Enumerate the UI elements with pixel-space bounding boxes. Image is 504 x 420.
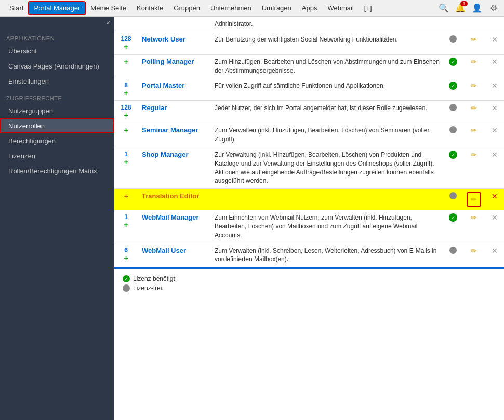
sidebar-item-berechtigungen[interactable]: Berechtigungen [0,133,114,148]
nav-portal-manager[interactable]: Portal Manager [29,2,85,14]
edit-icon[interactable]: ✏ [471,104,477,112]
row-name[interactable]: WebMail Manager [138,210,210,243]
legend-label: Lizenz-frei. [133,284,164,292]
edit-highlighted-button[interactable]: ✏ [467,192,481,207]
row-edit[interactable]: ✏ [462,54,485,78]
row-edit[interactable]: ✏ [462,147,485,188]
delete-icon[interactable]: ✕ [492,58,498,66]
table-row: 128 + Regular Jeder Nutzer, der sich im … [114,101,504,123]
add-button[interactable]: + [124,254,128,262]
row-edit[interactable]: ✏ [462,101,485,123]
delete-icon[interactable]: ✕ [492,104,498,112]
row-delete[interactable]: ✕ [485,210,504,243]
nav-start[interactable]: Start [4,2,29,14]
sidebar-item-canvas-pages[interactable]: Canvas Pages (Anordnungen) [0,59,114,74]
row-name[interactable]: Network User [138,32,210,54]
row-status [444,189,462,210]
sidebar: × Applikationen Übersicht Canvas Pages (… [0,17,114,420]
sidebar-item-rollen-matrix[interactable]: Rollen/Berechtigungen Matrix [0,164,114,179]
nav-kontakte[interactable]: Kontakte [131,2,168,14]
sidebar-item-lizenzen[interactable]: Lizenzen [0,148,114,164]
row-status [444,210,462,243]
status-dot-gray [449,104,457,111]
delete-icon[interactable]: ✕ [492,82,498,90]
delete-icon[interactable]: ✕ [492,247,498,255]
add-button[interactable]: + [124,58,128,66]
row-name[interactable]: Seminar Manager [138,123,210,147]
edit-icon[interactable]: ✏ [471,213,477,222]
row-status [444,17,462,32]
row-name[interactable]: Regular [138,101,210,123]
delete-icon[interactable]: ✕ [492,35,498,44]
row-desc: Zum Einrichten von Webmail Nutzern, zum … [210,210,444,243]
delete-icon[interactable]: ✕ [492,151,498,159]
row-edit[interactable]: ✏ [462,123,485,147]
row-edit[interactable]: ✏ [462,243,485,267]
delete-icon[interactable]: ✕ [492,192,498,200]
add-button[interactable]: + [124,221,128,229]
row-delete[interactable]: ✕ [485,32,504,54]
row-name[interactable]: Portal Master [138,78,210,101]
row-status [444,147,462,188]
add-button[interactable]: + [124,126,128,134]
edit-icon[interactable]: ✏ [471,58,477,66]
sidebar-item-ubersicht[interactable]: Übersicht [0,44,114,59]
sidebar-item-einstellungen[interactable]: Einstellungen [0,74,114,89]
status-dot-gray [449,247,457,254]
bell-icon[interactable]: 🔔 1 [454,2,467,15]
nav-unternehmen[interactable]: Unternehmen [205,2,257,14]
row-delete[interactable]: ✕ [485,123,504,147]
roles-table: Administrator. 128 + Network User Zur Be… [114,17,504,267]
sidebar-section-zugriffsrechte: Zugriffsrechte [0,89,114,103]
add-button[interactable]: + [124,158,128,166]
legend-dot-gray [123,284,130,292]
settings-icon[interactable]: ⚙ [487,2,500,15]
search-icon[interactable]: 🔍 [437,2,450,15]
nav-plus[interactable]: [+] [359,2,377,14]
add-button[interactable]: + [124,43,128,51]
row-edit[interactable]: ✏ [462,78,485,101]
row-num: + [114,123,138,147]
row-delete[interactable]: ✕ [485,101,504,123]
row-delete[interactable]: ✕ [485,189,504,210]
edit-icon[interactable]: ✏ [471,35,477,44]
row-delete[interactable]: ✕ [485,78,504,101]
row-delete[interactable]: ✕ [485,54,504,78]
row-name[interactable]: Polling Manager [138,54,210,78]
edit-icon[interactable]: ✏ [471,126,477,134]
edit-icon: ✏ [471,195,477,204]
row-name[interactable]: Translation Editor [138,189,210,210]
row-num: 128 + [114,101,138,123]
row-edit[interactable]: ✏ [462,210,485,243]
status-dot-gray [449,35,457,43]
row-edit[interactable]: ✏ [462,189,485,210]
row-desc [210,189,444,210]
user-count: 128 [121,35,131,43]
add-button[interactable]: + [124,111,128,119]
add-button[interactable]: + [124,89,128,97]
sidebar-item-nutzergruppen[interactable]: Nutzergruppen [0,103,114,118]
nav-meine-seite[interactable]: Meine Seite [85,2,131,14]
row-name[interactable]: WebMail User [138,243,210,267]
sidebar-item-nutzerrollen[interactable]: Nutzerrollen [0,118,114,133]
edit-icon[interactable]: ✏ [471,151,477,159]
nav-umfragen[interactable]: Umfragen [257,2,297,14]
row-name[interactable]: Shop Manager [138,147,210,188]
row-delete[interactable]: ✕ [485,243,504,267]
nav-apps[interactable]: Apps [297,2,323,14]
delete-icon[interactable]: ✕ [492,213,498,222]
user-count: 6 [124,247,128,254]
edit-icon[interactable]: ✏ [471,82,477,90]
user-icon[interactable]: 👤 [471,2,483,15]
row-status [444,243,462,267]
user-count: 8 [124,82,128,89]
delete-icon[interactable]: ✕ [492,126,498,134]
nav-gruppen[interactable]: Gruppen [168,2,205,14]
nav-webmail[interactable]: Webmail [322,2,359,14]
row-status [444,54,462,78]
edit-icon[interactable]: ✏ [471,247,477,255]
add-button[interactable]: + [124,192,128,200]
sidebar-close-button[interactable]: × [106,19,110,27]
row-edit[interactable]: ✏ [462,32,485,54]
row-delete[interactable]: ✕ [485,147,504,188]
